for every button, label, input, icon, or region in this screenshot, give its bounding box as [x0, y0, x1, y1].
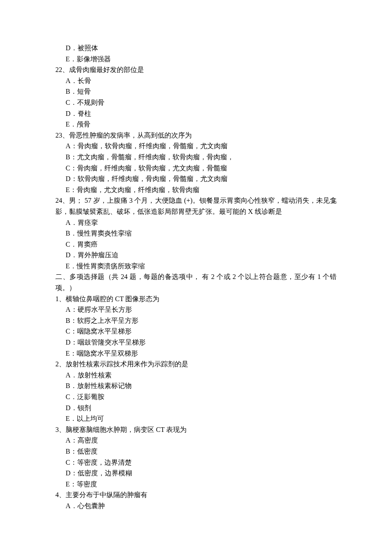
q23-option-c: C：骨肉瘤，纤维肉瘤，软骨肉瘤，尤文肉瘤，骨髓瘤	[55, 163, 337, 174]
q23-option-a: A：骨肉瘤，软骨肉瘤，纤维肉瘤，骨髓瘤，尤文肉瘤	[55, 141, 337, 152]
s2q1-option-b: B：软腭之上水平呈方形	[55, 315, 337, 326]
document-page: D．被照体 E．影像增强器 22、成骨肉瘤最好发的部位是 A．长骨 B．短骨 C…	[0, 0, 392, 555]
q21-option-e: E．影像增强器	[55, 54, 337, 65]
q22-option-b: B．短骨	[55, 86, 337, 97]
s2q1-option-c: C：咽隐窝水平呈梯形	[55, 326, 337, 337]
s2q2-option-d: D．钡剂	[55, 403, 337, 414]
q24-option-b: B．慢性胃窦炎性挛缩	[55, 228, 337, 239]
s2q3-stem: 3、脑梗塞脑细胞水肿期，病变区 CT 表现为	[55, 424, 337, 435]
section-2-heading: 二、多项选择题（共 24 题，每题的备选项中， 有 2 个或 2 个以上符合题意…	[55, 271, 337, 293]
s2q3-option-e: E：等密度	[55, 479, 337, 490]
q23-option-b: B：尤文肉瘤，骨髓瘤，纤维肉瘤，软骨肉瘤，骨肉瘤，	[55, 152, 337, 163]
s2q2-stem: 2、放射性核素示踪技术用来作为示踪剂的是	[55, 359, 337, 370]
q23-option-d: D：软骨肉瘤，纤维肉瘤，骨肉瘤，骨髓瘤，尤文肉瘤	[55, 173, 337, 184]
q24-stem: 24、男； 57 岁，上腹痛 3 个月，大便隐血 (+)。钡餐显示胃窦向心性狭窄…	[55, 195, 337, 217]
q22-option-d: D．脊柱	[55, 108, 337, 119]
s2q2-option-e: E．以上均可	[55, 413, 337, 424]
s2q4-stem: 4、主要分布于中纵隔的肿瘤有	[55, 489, 337, 500]
q21-option-d: D．被照体	[55, 43, 337, 54]
s2q3-option-d: D：低密度，边界模糊	[55, 468, 337, 479]
q24-option-e: E．慢性胃窦溃疡所致挛缩	[55, 261, 337, 272]
q22-stem: 22、成骨肉瘤最好发的部位是	[55, 64, 337, 75]
s2q3-option-c: C：等密度，边界清楚	[55, 457, 337, 468]
q23-option-e: E：骨肉瘤，尤文肉瘤，纤维肉瘤，软骨肉瘤	[55, 184, 337, 196]
s2q1-option-e: E：咽隐窝水平呈双梯形	[55, 348, 337, 359]
q24-option-c: C．胃窦癌	[55, 239, 337, 250]
s2q3-option-a: A：高密度	[55, 435, 337, 446]
s2q2-option-c: C．泛影葡胺	[55, 391, 337, 403]
s2q2-option-a: A．放射性核素	[55, 370, 337, 381]
q22-option-c: C．不规则骨	[55, 97, 337, 108]
q22-option-a: A．长骨	[55, 75, 337, 86]
s2q1-option-d: D：咽鼓管隆突水平呈梯形	[55, 337, 337, 348]
q23-stem: 23、骨恶性肿瘤的发病率，从高到低的次序为	[55, 130, 337, 141]
q24-option-d: D．胃外肿瘤压迫	[55, 250, 337, 261]
q24-option-a: A．胃痉挛	[55, 217, 337, 228]
s2q3-option-b: B：低密度	[55, 446, 337, 457]
q22-option-e: E．颅骨	[55, 119, 337, 130]
s2q1-option-a: A：硬腭水平呈长方形	[55, 304, 337, 315]
s2q1-stem: 1、横轴位鼻咽腔的 CT 图像形态为	[55, 293, 337, 305]
s2q2-option-b: B．放射性核素标记物	[55, 380, 337, 391]
s2q4-option-a: A．心包囊肿	[55, 500, 337, 512]
